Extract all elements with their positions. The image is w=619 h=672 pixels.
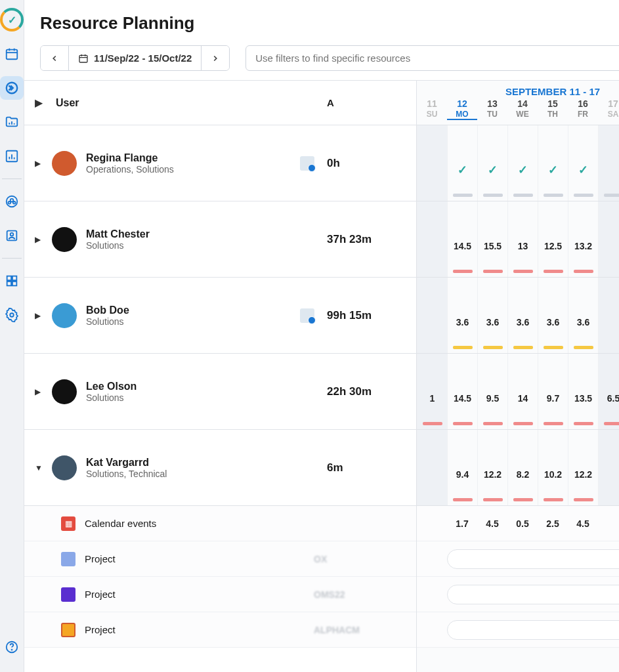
cell-value: 12.2 — [484, 469, 502, 480]
user-row: ▼ Kat Vargarrd Solutions, Technical 6m — [24, 430, 417, 506]
day-cell[interactable]: 1.7 — [447, 518, 477, 529]
day-cell[interactable]: 14.5 — [447, 354, 477, 429]
day-cell[interactable] — [417, 430, 447, 505]
day-cell[interactable]: 13.2 — [568, 201, 598, 277]
day-cell[interactable] — [417, 201, 447, 277]
day-cell[interactable]: 12.2 — [568, 430, 598, 505]
utilization-bar — [483, 194, 503, 197]
cell-value: 4.5 — [486, 518, 498, 529]
project-row[interactable]: Project OMS22 — [24, 577, 416, 612]
day-cell[interactable]: 6.5 — [598, 354, 619, 429]
svg-point-14 — [9, 201, 11, 204]
utilization-bar — [544, 498, 563, 501]
day-cell[interactable]: 1 — [417, 354, 447, 429]
project-row[interactable]: Project OX — [24, 541, 416, 577]
cell-value: 0.5 — [516, 518, 528, 529]
date-range-picker[interactable]: 11/Sep/22 - 15/Oct/22 — [68, 46, 202, 70]
day-cell[interactable]: 12.2 — [477, 430, 507, 505]
cell-value: 12.2 — [574, 469, 592, 480]
day-cell[interactable]: 9.4 — [447, 430, 477, 505]
gantt-bar[interactable] — [447, 620, 619, 640]
avatar — [52, 455, 77, 480]
expand-row-toggle[interactable]: ▼ — [35, 463, 43, 472]
nav-settings-gear-icon[interactable] — [0, 303, 24, 327]
utilization-bar — [604, 194, 620, 197]
day-cell[interactable]: ✓ — [477, 125, 507, 201]
day-cell[interactable]: 4.5 — [477, 518, 507, 529]
nav-expand-icon[interactable] — [0, 76, 24, 100]
project-code: ALPHACM — [314, 625, 406, 635]
day-cell[interactable]: 15.5 — [477, 201, 507, 277]
day-cell[interactable]: 13.5 — [568, 354, 598, 429]
day-cell[interactable] — [417, 278, 447, 353]
project-swatch — [61, 552, 75, 566]
day-cell[interactable] — [598, 201, 619, 277]
day-cell[interactable] — [598, 278, 619, 353]
day-cell[interactable]: 2.5 — [538, 518, 568, 529]
user-column-header[interactable]: User — [43, 97, 327, 109]
day-cell[interactable]: 3.6 — [477, 278, 507, 353]
day-header[interactable]: 16FR — [568, 98, 598, 120]
day-header[interactable]: 15TH — [538, 98, 568, 120]
day-header[interactable]: 13TU — [477, 98, 507, 120]
expand-row-toggle[interactable]: ▶ — [35, 235, 43, 244]
day-cell[interactable] — [417, 125, 447, 201]
day-cell[interactable]: 3.6 — [568, 278, 598, 353]
expand-all-toggle[interactable]: ▶ — [35, 96, 43, 109]
day-cell[interactable]: 14 — [507, 354, 538, 429]
prev-period-button[interactable] — [41, 46, 68, 70]
day-cell[interactable]: ✓ — [447, 125, 477, 201]
nav-team-icon[interactable] — [0, 190, 24, 213]
day-cell[interactable]: 3.6 — [447, 278, 477, 353]
nav-folder-chart-icon[interactable] — [0, 110, 24, 134]
day-cell[interactable]: 9.7 — [538, 354, 568, 429]
day-cell[interactable]: 0.5 — [507, 518, 538, 529]
nav-bar-chart-icon[interactable] — [0, 144, 24, 168]
expand-row-toggle[interactable]: ▶ — [35, 387, 43, 396]
allocation-hours: 37h 23m — [327, 233, 406, 246]
gantt-bar[interactable] — [447, 585, 619, 604]
utilization-bar — [604, 422, 620, 425]
day-cell[interactable]: 4.5 — [568, 518, 598, 529]
expand-row-toggle[interactable]: ▶ — [35, 159, 43, 168]
day-cell[interactable]: 14.5 — [447, 201, 477, 277]
day-cell[interactable]: ✓ — [507, 125, 538, 201]
date-range-label: 11/Sep/22 - 15/Oct/22 — [94, 52, 192, 64]
day-cell[interactable]: 3.6 — [507, 278, 538, 353]
nav-apps-icon[interactable] — [0, 269, 24, 293]
day-header[interactable]: 11SU — [417, 98, 447, 120]
day-cell[interactable] — [598, 430, 619, 505]
day-header[interactable]: 14WE — [507, 98, 538, 120]
filter-input[interactable] — [245, 45, 619, 71]
svg-point-24 — [12, 650, 12, 650]
day-cell[interactable] — [598, 125, 619, 201]
user-name: Matt Chester — [86, 228, 288, 240]
calendar-events-row[interactable]: ▦ Calendar events — [24, 506, 416, 541]
nav-calendar[interactable] — [0, 42, 24, 66]
utilization-bar — [453, 194, 473, 197]
day-cell[interactable]: 8.2 — [507, 430, 538, 505]
day-header[interactable]: 17SA — [598, 98, 619, 120]
day-header[interactable]: 12MO — [447, 98, 477, 120]
nav-help-icon[interactable] — [0, 635, 24, 659]
project-swatch — [61, 623, 75, 637]
day-cell[interactable]: 13 — [507, 201, 538, 277]
next-period-button[interactable] — [202, 46, 229, 70]
day-cell[interactable]: 10.2 — [538, 430, 568, 505]
project-row[interactable]: Project ALPHACM — [24, 612, 416, 648]
page-title: Resource Planning — [40, 13, 619, 33]
gantt-bar[interactable] — [447, 549, 619, 569]
nav-user-icon[interactable] — [0, 224, 24, 247]
day-cell[interactable]: 12.5 — [538, 201, 568, 277]
calendar-icon: ▦ — [61, 516, 75, 531]
day-cell[interactable]: ✓ — [538, 125, 568, 201]
day-cell[interactable]: 3.6 — [538, 278, 568, 353]
check-icon: ✓ — [548, 163, 558, 177]
allocation-column-header[interactable]: A — [327, 97, 406, 108]
cell-value: 10.2 — [544, 469, 562, 480]
day-cell[interactable]: ✓ — [568, 125, 598, 201]
day-cell[interactable]: 9.5 — [477, 354, 507, 429]
utilization-bar — [513, 194, 533, 197]
expand-row-toggle[interactable]: ▶ — [35, 311, 43, 320]
utilization-bar — [574, 498, 593, 501]
